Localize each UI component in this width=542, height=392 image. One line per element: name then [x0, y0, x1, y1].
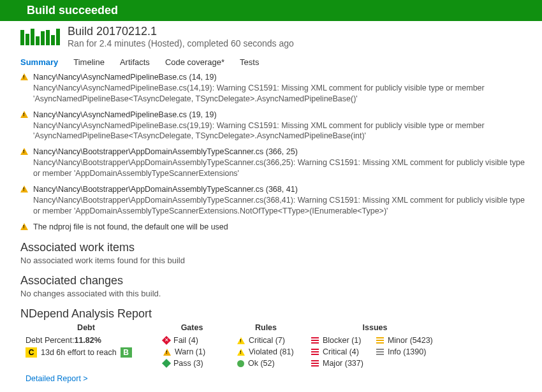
warning-file-line: The ndproj file is not found, the defaul…: [33, 222, 228, 233]
build-header: Build 20170212.1 Ran for 2.4 minutes (Ho…: [0, 21, 542, 52]
debt-grade-badge: C: [26, 347, 37, 358]
associated-changes-text: No changes associated with this build.: [20, 289, 542, 298]
ndepend-summary: Debt Debt Percent:11.82% C 13d 6h effort…: [26, 323, 542, 370]
issue-label: Minor (5423): [388, 336, 433, 345]
debt-effort-row: C 13d 6h effort to reach B: [26, 347, 147, 358]
associated-work-items-text: No associated work items found for this …: [20, 256, 542, 265]
bars-yellow-icon: [376, 337, 384, 344]
viol-icon: [237, 349, 245, 356]
warn-icon: [163, 349, 171, 356]
rule-label: Ok (52): [248, 359, 275, 368]
rule-item[interactable]: Ok (52): [237, 359, 295, 368]
warning-item[interactable]: Nancy\Nancy\AsyncNamedPipelineBase.cs (1…: [20, 110, 527, 142]
warning-message: Nancy\Nancy\AsyncNamedPipelineBase.cs(14…: [33, 83, 527, 105]
rule-label: Violated (81): [249, 347, 294, 356]
issue-label: Info (1390): [388, 347, 426, 356]
gates-heading: Gates: [163, 323, 221, 332]
associated-work-items-heading: Associated work items: [20, 241, 542, 254]
warning-file-line: Nancy\Nancy\Bootstrapper\AppDomainAssemb…: [33, 147, 527, 157]
rules-heading: Rules: [237, 323, 295, 332]
debt-target-badge: B: [121, 347, 132, 358]
history-bars-icon: [20, 29, 60, 45]
tab-artifacts[interactable]: Artifacts: [120, 57, 150, 67]
rule-item[interactable]: Critical (7): [237, 336, 295, 345]
pass-icon: [162, 359, 171, 368]
tab-timeline[interactable]: Timeline: [73, 57, 105, 67]
issue-label: Blocker (1): [323, 336, 361, 345]
tab-summary[interactable]: Summary: [20, 57, 58, 67]
tab-tests[interactable]: Tests: [240, 57, 259, 67]
issue-item[interactable]: Critical (4): [311, 347, 363, 356]
debt-effort-text: 13d 6h effort to reach: [41, 348, 117, 357]
debt-percent-label: Debt Percent:: [26, 336, 74, 345]
warning-message: Nancy\Nancy\Bootstrapper\AppDomainAssemb…: [33, 157, 527, 179]
bars-red-icon: [311, 337, 319, 344]
warning-item[interactable]: Nancy\Nancy\Bootstrapper\AppDomainAssemb…: [20, 147, 527, 179]
rule-item[interactable]: Violated (81): [237, 347, 295, 356]
warnings-list: Nancy\Nancy\AsyncNamedPipelineBase.cs (1…: [20, 72, 527, 232]
tabs: Summary Timeline Artifacts Code coverage…: [20, 57, 542, 67]
issues-heading: Issues: [311, 323, 439, 332]
debt-percent: Debt Percent:11.82%: [26, 336, 147, 345]
warning-file-line: Nancy\Nancy\AsyncNamedPipelineBase.cs (1…: [33, 72, 527, 83]
build-title: Build 20170212.1: [68, 25, 294, 38]
gate-item[interactable]: Pass (3): [163, 359, 221, 368]
warning-icon: [20, 223, 28, 230]
build-status-banner: Build succeeded: [0, 0, 542, 21]
issue-label: Critical (4): [323, 347, 359, 356]
warning-item[interactable]: Nancy\Nancy\Bootstrapper\AppDomainAssemb…: [20, 184, 527, 217]
rule-label: Critical (7): [249, 336, 285, 345]
warning-item[interactable]: The ndproj file is not found, the defaul…: [20, 222, 527, 233]
warning-icon: [20, 148, 28, 155]
warning-item[interactable]: Nancy\Nancy\AsyncNamedPipelineBase.cs (1…: [20, 72, 527, 105]
issue-item[interactable]: Minor (5423): [376, 336, 433, 345]
associated-changes-heading: Associated changes: [20, 274, 542, 287]
fail-icon: [162, 336, 171, 345]
warning-icon: [20, 185, 28, 192]
issue-item[interactable]: Blocker (1): [311, 336, 363, 345]
issue-label: Major (337): [323, 359, 363, 368]
warning-file-line: Nancy\Nancy\AsyncNamedPipelineBase.cs (1…: [33, 110, 527, 120]
warning-icon: [20, 73, 28, 80]
issue-item[interactable]: Major (337): [311, 359, 363, 368]
gate-label: Fail (4): [173, 336, 198, 345]
warning-message: Nancy\Nancy\Bootstrapper\AppDomainAssemb…: [33, 195, 527, 217]
ndepend-heading: NDepend Analysis Report: [20, 307, 542, 321]
bars-gray-icon: [376, 349, 384, 355]
warning-icon: [20, 111, 28, 118]
crit-icon: [237, 337, 245, 344]
debt-percent-value: 11.82%: [74, 336, 101, 345]
warning-file-line: Nancy\Nancy\Bootstrapper\AppDomainAssemb…: [33, 184, 527, 195]
warning-message: Nancy\Nancy\AsyncNamedPipelineBase.cs(19…: [33, 120, 527, 142]
gate-label: Pass (3): [173, 359, 203, 368]
gate-item[interactable]: Fail (4): [163, 336, 221, 345]
gate-label: Warn (1): [175, 347, 205, 356]
debt-heading: Debt: [26, 323, 147, 332]
gate-item[interactable]: Warn (1): [163, 347, 221, 356]
tab-code-coverage[interactable]: Code coverage*: [165, 57, 224, 67]
bars-red-icon: [311, 360, 319, 367]
bars-red-icon: [311, 349, 319, 355]
build-subtitle: Ran for 2.4 minutes (Hosted), completed …: [68, 38, 294, 48]
ok-icon: [237, 360, 244, 367]
issue-item[interactable]: Info (1390): [376, 347, 433, 356]
detailed-report-link[interactable]: Detailed Report >: [26, 374, 542, 383]
